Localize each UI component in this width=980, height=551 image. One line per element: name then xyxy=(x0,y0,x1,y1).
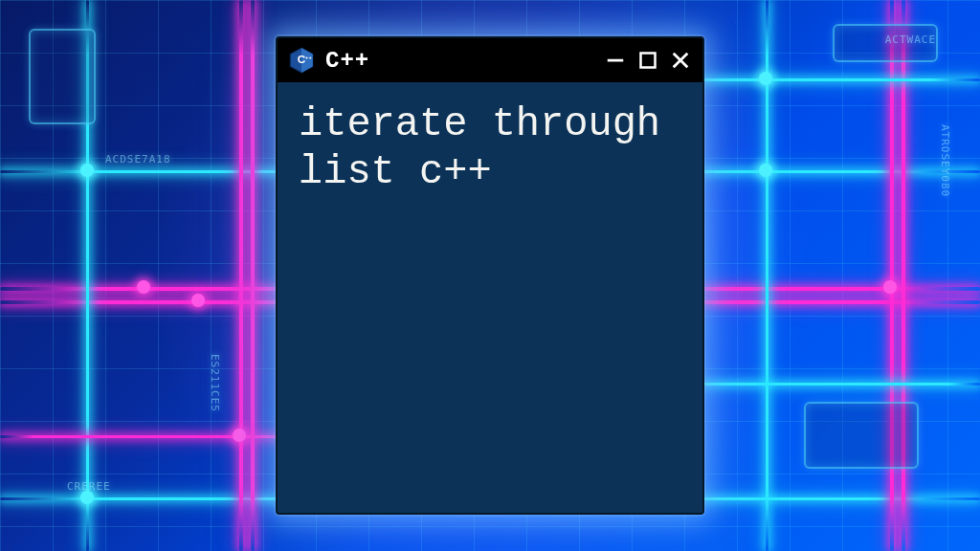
close-button[interactable] xyxy=(670,50,691,71)
window-glow: C + + C++ xyxy=(262,23,718,528)
svg-text:C: C xyxy=(298,53,306,65)
app-window: C + + C++ xyxy=(276,36,704,515)
minimize-button[interactable] xyxy=(605,50,626,71)
window-controls xyxy=(605,50,691,71)
titlebar[interactable]: C + + C++ xyxy=(278,38,702,82)
window-body: iterate through list c++ xyxy=(278,82,702,513)
svg-rect-6 xyxy=(641,54,656,68)
maximize-button[interactable] xyxy=(637,50,658,71)
window-title: C++ xyxy=(325,48,369,74)
cpp-hex-icon: C + + xyxy=(287,46,316,75)
